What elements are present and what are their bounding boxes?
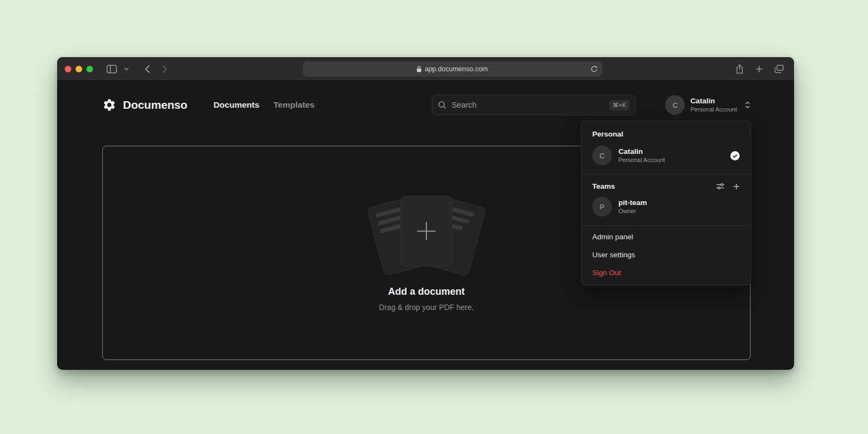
documenso-logo-icon	[102, 98, 116, 112]
create-team-button[interactable]	[733, 183, 740, 190]
address-bar[interactable]: app.documenso.com	[303, 61, 602, 77]
chevron-down-icon	[124, 67, 129, 71]
manage-teams-button[interactable]	[716, 183, 724, 190]
avatar: C	[665, 95, 685, 115]
nav-item-templates[interactable]: Templates	[274, 100, 315, 110]
brand-name: Documenso	[123, 98, 187, 111]
sidebar-toggle-button[interactable]	[104, 61, 119, 77]
tabs-icon	[774, 65, 784, 73]
chrome-right-controls	[732, 61, 786, 77]
team-name: pit-team	[618, 199, 647, 208]
personal-account-name: Catalin	[618, 147, 665, 157]
document-stack-illustration	[369, 195, 483, 272]
dropzone-title: Add a document	[388, 286, 464, 297]
menu-item-admin-panel[interactable]: Admin panel	[581, 228, 751, 246]
tab-overview-button[interactable]	[771, 61, 786, 77]
personal-account-item[interactable]: C Catalin Personal Account	[581, 142, 751, 172]
teams-section-header: Teams	[581, 177, 751, 194]
account-dropdown-menu: Personal C Catalin Personal Account Team…	[581, 121, 751, 286]
team-avatar: P	[592, 197, 612, 216]
url-text: app.documenso.com	[425, 65, 488, 73]
chevron-up-down-icon	[745, 101, 751, 109]
main-nav: Documents Templates	[213, 100, 314, 110]
menu-divider	[581, 225, 751, 226]
window-controls	[65, 66, 93, 72]
personal-account-subtitle: Personal Account	[618, 157, 665, 164]
share-icon	[735, 64, 744, 74]
account-name: Catalin	[690, 97, 737, 106]
share-button[interactable]	[732, 61, 747, 77]
document-card-center	[400, 196, 452, 266]
menu-divider	[581, 174, 751, 175]
brand[interactable]: Documenso	[102, 98, 187, 112]
personal-section-heading: Personal	[581, 126, 751, 142]
dropzone-subtitle: Drag & drop your PDF here.	[379, 303, 474, 312]
chrome-center: app.documenso.com	[172, 61, 732, 77]
chrome-left-controls	[104, 61, 172, 77]
search-box[interactable]: ⌘+K	[432, 95, 636, 115]
close-window-button[interactable]	[65, 66, 71, 72]
back-button[interactable]	[140, 61, 155, 77]
sidebar-icon	[107, 65, 117, 73]
forward-button[interactable]	[157, 61, 172, 77]
personal-account-text: Catalin Personal Account	[618, 147, 665, 164]
add-document-plus-icon	[417, 222, 436, 240]
reload-button[interactable]	[591, 65, 598, 72]
minimize-window-button[interactable]	[76, 66, 82, 72]
browser-chrome: app.documenso.com	[57, 57, 794, 81]
nav-item-documents[interactable]: Documents	[213, 100, 259, 110]
account-menu-button[interactable]: C Catalin Personal Account	[665, 95, 751, 115]
team-text: pit-team Owner	[618, 199, 647, 215]
back-chevron-icon	[145, 65, 150, 73]
forward-chevron-icon	[162, 65, 168, 73]
team-item-pit-team[interactable]: P pit-team Owner	[581, 194, 751, 223]
sliders-icon	[716, 183, 724, 190]
reload-icon	[591, 65, 598, 72]
search-shortcut-badge: ⌘+K	[609, 100, 630, 110]
menu-item-sign-out[interactable]: Sign Out	[581, 264, 751, 282]
browser-window: app.documenso.com	[57, 57, 794, 370]
menu-item-user-settings[interactable]: User settings	[581, 246, 751, 264]
sidebar-menu-button[interactable]	[121, 61, 131, 77]
account-subtitle: Personal Account	[690, 106, 737, 114]
teams-section-heading: Teams	[592, 182, 615, 190]
zoom-window-button[interactable]	[86, 66, 93, 72]
search-icon	[438, 101, 447, 109]
avatar: C	[592, 146, 612, 165]
selected-check-icon	[730, 151, 740, 160]
lock-icon	[417, 66, 421, 72]
plus-icon	[755, 65, 763, 73]
plus-icon	[733, 183, 740, 190]
new-tab-button[interactable]	[752, 61, 767, 77]
team-role: Owner	[618, 208, 647, 215]
teams-header-actions	[716, 183, 740, 190]
search-input[interactable]	[451, 101, 604, 109]
account-text: Catalin Personal Account	[690, 97, 737, 114]
